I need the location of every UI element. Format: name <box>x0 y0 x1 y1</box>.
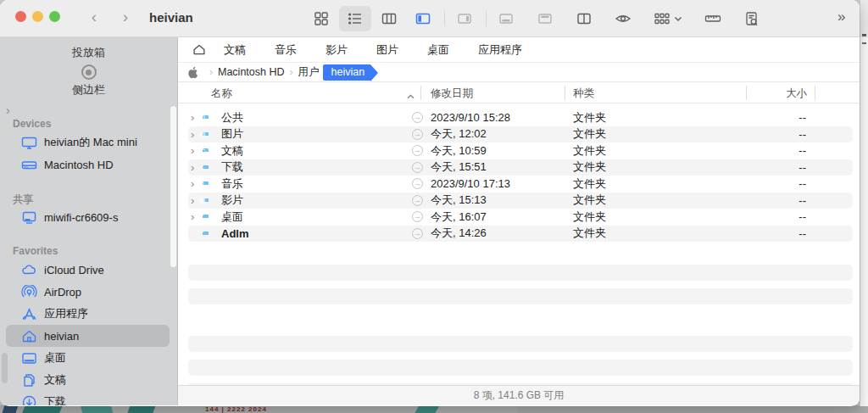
file-row-downloads[interactable]: › ↓ 下载 → 今天, 15:51 文件夹 -- <box>188 159 853 176</box>
file-kind: 文件夹 <box>573 209 746 225</box>
file-name[interactable]: 公共 <box>221 110 412 126</box>
file-row-documents[interactable]: › ▭ 文稿 → 今天, 10:59 文件夹 -- <box>188 142 853 159</box>
finder-window: ‹ › heivian <box>0 0 860 406</box>
file-row-adlm[interactable]: Adlm → 今天, 14:26 文件夹 -- <box>188 226 853 243</box>
go-to-arrow-icon[interactable]: → <box>412 129 431 140</box>
sidebar-item-label: miwifi-cr6609-s <box>44 211 118 224</box>
desktop-shape <box>517 405 868 413</box>
go-to-arrow-icon[interactable]: → <box>412 145 431 156</box>
apple-logo-icon[interactable] <box>188 66 199 79</box>
zoom-button[interactable] <box>49 11 60 22</box>
file-size: -- <box>746 177 806 190</box>
file-name[interactable]: 影片 <box>221 193 412 208</box>
sidebar-collapse-chevron[interactable]: › <box>6 103 10 117</box>
back-button[interactable]: ‹ <box>84 8 104 26</box>
sidebar-item-documents[interactable]: 文稿 <box>6 369 170 391</box>
home-icon[interactable] <box>190 43 209 56</box>
file-name[interactable]: Adlm <box>221 227 412 240</box>
sidebar-item-icloud-drive[interactable]: iCloud Drive <box>6 259 170 281</box>
favorites-tab-pictures[interactable]: 图片 <box>376 42 398 58</box>
sidebar-item-macintosh-hd[interactable]: Macintosh HD <box>6 153 170 176</box>
empty-row-stripe <box>188 265 853 281</box>
sidebar-label: 侧边栏 <box>0 82 177 98</box>
file-name[interactable]: 文稿 <box>221 143 412 159</box>
sidebar-item-miwifi[interactable]: miwifi-cr6609-s <box>6 206 170 228</box>
hide-bottom-panel-button[interactable] <box>490 6 522 31</box>
group-by-button[interactable] <box>646 6 690 31</box>
go-to-arrow-icon[interactable]: → <box>412 228 431 239</box>
favorites-tab-movies[interactable]: 影片 <box>326 42 348 58</box>
sidebar-item-label: 文稿 <box>44 372 66 388</box>
sidebar-scrollbar[interactable] <box>170 106 176 267</box>
sidebar-item-applications[interactable]: 应用程序 <box>6 303 170 325</box>
hide-top-panel-button[interactable] <box>529 6 561 31</box>
appstore-icon <box>21 307 37 321</box>
favorites-bar: 文稿 音乐 影片 图片 桌面 应用程序 <box>178 37 860 63</box>
go-to-arrow-icon[interactable]: → <box>412 195 431 206</box>
go-to-arrow-icon[interactable]: → <box>412 178 431 189</box>
sidebar-item-heivian-home[interactable]: heivian <box>6 325 170 347</box>
favorites-tab-applications[interactable]: 应用程序 <box>478 42 522 58</box>
gallery-view-button[interactable] <box>407 6 439 31</box>
file-date: 今天, 12:02 <box>431 126 573 142</box>
more-toolbar-items-button[interactable]: » <box>837 8 843 25</box>
file-size: -- <box>746 144 806 157</box>
quick-look-button[interactable] <box>607 6 639 31</box>
path-current-badge[interactable]: heivian <box>323 64 371 81</box>
file-date: 2023/9/10 15:28 <box>431 111 573 124</box>
sidebar-item-label: 下载 <box>44 394 66 405</box>
document-search-button[interactable] <box>736 6 768 31</box>
column-header-name[interactable]: 名称 <box>211 87 232 101</box>
split-view-icon <box>576 11 592 26</box>
document-search-icon <box>744 11 760 27</box>
column-header-kind[interactable]: 种类 <box>573 87 594 101</box>
sidebar-item-downloads[interactable]: 下载 <box>6 391 170 405</box>
sidebar-left-scroll-thumb[interactable] <box>2 353 8 383</box>
ruler-button[interactable] <box>697 6 729 31</box>
icloud-icon <box>21 263 37 277</box>
split-view-button[interactable] <box>568 6 600 31</box>
background-scribble <box>862 42 866 45</box>
empty-row-stripe <box>188 360 853 376</box>
mac-mini-display-icon <box>21 136 37 150</box>
hide-right-panel-button[interactable] <box>448 6 481 31</box>
go-to-arrow-icon[interactable]: → <box>412 162 431 173</box>
icon-view-button[interactable] <box>305 6 337 31</box>
status-text: 8 项, 141.6 GB 可用 <box>474 388 565 403</box>
file-row-desktop[interactable]: › ▁ 桌面 → 今天, 16:07 文件夹 -- <box>188 209 853 226</box>
path-segment-macintosh-hd[interactable]: Macintosh HD <box>218 66 285 78</box>
go-to-arrow-icon[interactable]: → <box>412 112 431 123</box>
sidebar-item-desktop[interactable]: 桌面 <box>6 347 170 369</box>
desktop-background: 144 | 2222 2024 <box>0 405 868 413</box>
favorites-tab-music[interactable]: 音乐 <box>275 42 297 58</box>
sidebar-item-mac-mini[interactable]: heivian的 Mac mini <box>6 131 170 153</box>
favorites-tab-documents[interactable]: 文稿 <box>224 42 246 58</box>
file-row-music[interactable]: › ♪ 音乐 → 2023/9/10 17:13 文件夹 -- <box>188 176 853 193</box>
empty-row-stripe <box>188 288 853 304</box>
file-name[interactable]: 桌面 <box>221 209 412 225</box>
file-name[interactable]: 下载 <box>221 159 412 175</box>
go-to-arrow-icon[interactable]: → <box>412 211 431 222</box>
minimize-button[interactable] <box>32 11 43 22</box>
file-date: 今天, 14:26 <box>431 226 573 241</box>
column-header-size[interactable]: 大小 <box>786 87 807 101</box>
sidebar-section-devices: Devices heivian的 Mac mini Macintosh HD <box>0 118 177 176</box>
file-row-pictures[interactable]: › ▤ 图片 → 今天, 12:02 文件夹 -- <box>188 126 853 143</box>
file-row-public[interactable]: › ⊙ 公共 → 2023/9/10 15:28 文件夹 -- <box>188 109 853 126</box>
section-header: Devices <box>0 118 177 131</box>
favorites-tab-desktop[interactable]: 桌面 <box>427 42 449 58</box>
list-view-button[interactable] <box>339 6 371 31</box>
file-date: 2023/9/10 17:13 <box>431 177 573 190</box>
file-kind: 文件夹 <box>573 159 746 175</box>
close-button[interactable] <box>15 11 26 22</box>
list-column-headers: 名称 修改日期 种类 大小 <box>178 82 860 103</box>
file-row-movies[interactable]: › ▣ 影片 → 今天, 15:13 文件夹 -- <box>188 193 853 209</box>
column-view-button[interactable] <box>373 6 405 31</box>
file-name[interactable]: 图片 <box>221 126 412 142</box>
sidebar-item-airdrop[interactable]: AirDrop <box>6 281 170 303</box>
path-segment-users[interactable]: 用户 <box>298 65 320 80</box>
forward-button[interactable]: › <box>115 8 136 26</box>
column-header-date[interactable]: 修改日期 <box>431 87 473 101</box>
file-name[interactable]: 音乐 <box>221 176 412 192</box>
screen: 144 | 2222 2024 ‹ › heivian <box>0 0 868 413</box>
